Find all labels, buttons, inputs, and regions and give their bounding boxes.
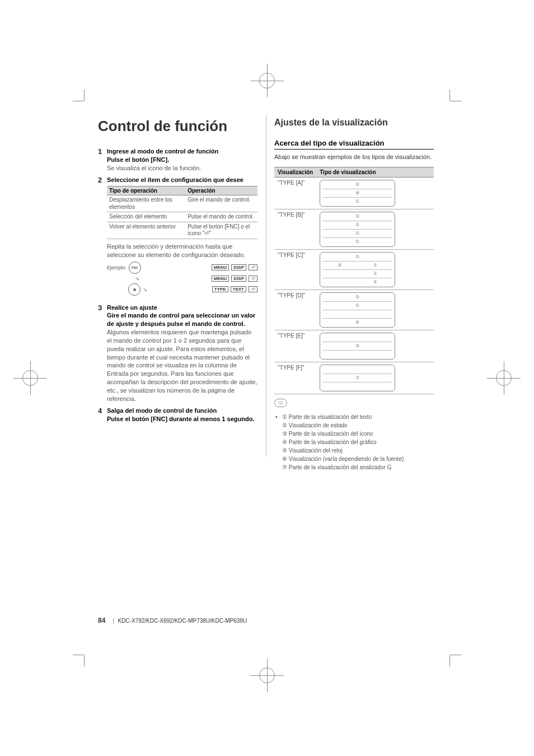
step-text: Se visualiza el icono de la función. (107, 164, 257, 172)
vis-screen: ⑦ (316, 362, 434, 394)
disp-chip: DISP (231, 264, 246, 270)
table-row: Desplazamiento entre los elementos Gire … (107, 195, 257, 212)
table-row: "TYPE [E]"⑤ (274, 330, 434, 362)
operation-table: Tipo de operación Operación Desplazamien… (107, 186, 257, 239)
menu-chip: MENU (212, 276, 229, 282)
table-header: Visualización (274, 167, 316, 177)
table-row: "TYPE [F]"⑦ (274, 362, 434, 394)
table-row: "TYPE [A]"②④① (274, 177, 434, 209)
step-action: Pulse el botón [FNC]. (107, 156, 257, 164)
registration-mark-top (259, 73, 275, 88)
step-2: 2 Seleccione el ítem de configuración qu… (98, 176, 257, 300)
legend-item: ⑤ Visualización del reloj (282, 446, 434, 455)
table-header: Tipo de operación (107, 186, 185, 195)
screen-mockup: ②④① (320, 180, 395, 207)
vis-screen: ②①⑥ (316, 290, 434, 330)
knob-icon: ◉ (128, 283, 140, 296)
example-diagram: Ejemplo: FNC MENU DISP ⏎ ↘ MENU (107, 262, 257, 296)
vis-label: "TYPE [C]" (274, 249, 316, 290)
registration-mark-bottom (259, 668, 275, 683)
step-title: Realice un ajuste (107, 304, 257, 312)
step-3: 3 Realice un ajuste Gire el mando de con… (98, 304, 257, 403)
step-number: 3 (98, 304, 107, 403)
type-chip: TYPE (212, 286, 228, 292)
arrow-icon: ↘ (143, 287, 147, 292)
table-row: Volver al elemento anterior Pulse el bot… (107, 222, 257, 239)
step-4: 4 Salga del modo de control de función P… (98, 407, 257, 423)
arrow-icon: ↘ (135, 276, 139, 281)
step-1: 1 Ingrese al modo de control de función … (98, 147, 257, 172)
registration-mark-left (22, 370, 38, 386)
section-title: Ajustes de la visualización (274, 118, 434, 128)
legend-item: ④ Parte de la visualización del gráfico (282, 438, 434, 446)
text-chip: TEXT (231, 286, 246, 292)
sub-heading: Acerca del tipo de visualización (274, 139, 434, 150)
table-row: "TYPE [B]"②①①① (274, 209, 434, 249)
vis-screen: ②④① (316, 177, 434, 209)
model-list: KDC-X792/KDC-X692/KDC-MP738U/KDC-MP638U (118, 618, 247, 624)
legend-item: ⑦ Parte de la visualización del analizad… (282, 463, 434, 472)
vis-label: "TYPE [A]" (274, 177, 316, 209)
registration-mark-right (496, 370, 512, 386)
example-label: Ejemplo: (107, 265, 127, 270)
crop-mark (439, 101, 450, 112)
legend-item: ② Visualización de estado (282, 421, 434, 430)
step-text: Algunos elementos requieren que mantenga… (107, 328, 257, 403)
divider: | (113, 618, 114, 624)
step-number: 1 (98, 147, 107, 172)
right-column: Ajustes de la visualización Acerca del t… (274, 118, 434, 472)
step-action: Pulse el botón [FNC] durante al menos 1 … (107, 415, 257, 423)
menu-chip: MENU (212, 264, 229, 270)
screen-mockup: ⑦ (320, 365, 395, 391)
return-icon: ⏎ (249, 264, 257, 270)
screen-mockup: ②③①①① (320, 252, 395, 287)
crop-mark (84, 644, 95, 655)
page-footer: 84 | KDC-X792/KDC-X692/KDC-MP738U/KDC-MP… (98, 617, 247, 624)
page-title: Control de función (98, 118, 257, 135)
screen-mockup: ⑤ (320, 333, 395, 360)
return-icon: ⏎ (249, 286, 257, 292)
legend-item: •① Parte de la visualización del texto (282, 413, 434, 421)
crop-mark (84, 101, 95, 112)
vis-screen: ②③①①① (316, 249, 434, 290)
after-table-text: Repita la selección y determinación hast… (107, 242, 257, 259)
screen-mockup: ②①①① (320, 212, 395, 247)
table-row: "TYPE [C]"②③①①① (274, 249, 434, 290)
vis-label: "TYPE [E]" (274, 330, 316, 362)
return-icon: ⏎ (249, 276, 257, 282)
legend-item: ③ Parte de la visualización del icono (282, 430, 434, 438)
vis-label: "TYPE [F]" (274, 362, 316, 394)
step-title: Ingrese al modo de control de función (107, 147, 257, 156)
page-number: 84 (98, 617, 105, 624)
table-header: Operación (185, 186, 257, 195)
vis-screen: ⑤ (316, 330, 434, 362)
step-number: 4 (98, 407, 107, 423)
table-row: Selección del elemento Pulse el mando de… (107, 212, 257, 222)
vis-label: "TYPE [D]" (274, 290, 316, 330)
visualization-table: Visualización Tipo de visualización "TYP… (274, 167, 434, 394)
disp-chip: DISP (231, 276, 246, 282)
table-header: Tipo de visualización (316, 167, 434, 177)
vis-label: "TYPE [B]" (274, 209, 316, 249)
step-title: Salga del modo de control de función (107, 407, 257, 415)
left-column: Control de función 1 Ingrese al modo de … (98, 118, 257, 472)
fnc-knob-icon: FNC (129, 262, 141, 274)
crop-mark (439, 644, 450, 655)
lead-text: Abajo se muestran ejemplos de los tipos … (274, 153, 434, 161)
note-icon: ⁝⁝⁝ (274, 399, 287, 407)
legend-list: •① Parte de la visualización del texto② … (274, 413, 434, 472)
screen-mockup: ②①⑥ (320, 292, 395, 328)
legend-item: ⑥ Visualización (varía dependiendo de la… (282, 455, 434, 463)
column-divider (266, 115, 266, 456)
vis-screen: ②①①① (316, 209, 434, 249)
step-number: 2 (98, 176, 107, 300)
step-title: Seleccione el ítem de configuración que … (107, 176, 257, 184)
table-row: "TYPE [D]"②①⑥ (274, 290, 434, 330)
step-action: Gire el mando de control para selecciona… (107, 311, 257, 328)
